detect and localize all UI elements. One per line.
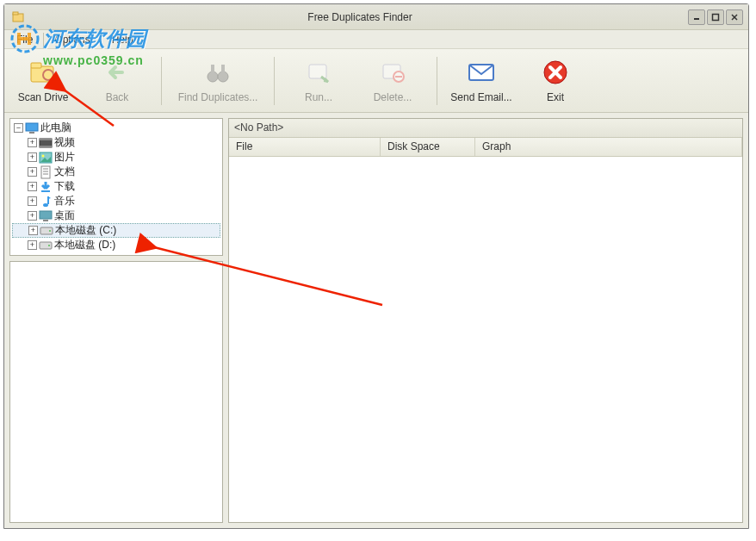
toolbar-separator: [274, 57, 275, 105]
tree-item[interactable]: +视频: [12, 135, 220, 150]
disk-icon: [40, 224, 53, 238]
folder-search-icon: [29, 59, 57, 86]
menubar: File Options Help: [4, 30, 748, 49]
mail-icon: [468, 59, 495, 86]
svg-rect-1: [13, 12, 18, 15]
download-icon: [39, 180, 53, 194]
svg-rect-22: [26, 123, 38, 131]
run-label: Run...: [305, 91, 332, 103]
scan-drive-label: Scan Drive: [18, 91, 69, 103]
tree-item-label: 文档: [54, 165, 75, 179]
delete-label: Delete...: [374, 91, 412, 103]
column-file[interactable]: File: [229, 138, 381, 156]
svg-rect-7: [31, 63, 41, 68]
delete-button: Delete...: [363, 55, 423, 107]
svg-rect-35: [40, 211, 52, 219]
expand-icon[interactable]: +: [28, 226, 38, 235]
doc-icon: [39, 165, 53, 179]
svg-rect-36: [43, 220, 48, 221]
close-button[interactable]: [726, 9, 743, 25]
tree-item-label: 本地磁盘 (D:): [54, 238, 115, 252]
column-disk-space[interactable]: Disk Space: [381, 138, 475, 156]
scan-drive-button[interactable]: Scan Drive: [13, 55, 73, 107]
send-email-label: Send Email...: [450, 91, 511, 103]
disk-icon: [39, 239, 53, 252]
tree-root[interactable]: − 此电脑: [12, 121, 220, 135]
expand-icon[interactable]: +: [28, 167, 37, 177]
folder-tree[interactable]: − 此电脑 +视频+图片+文档+下载+音乐+桌面+本地磁盘 (C:)+本地磁盘 …: [9, 118, 223, 256]
tree-item-label: 音乐: [54, 194, 75, 208]
back-button: Back: [87, 55, 147, 107]
tree-item[interactable]: +音乐: [12, 194, 220, 208]
expand-icon[interactable]: +: [28, 138, 37, 147]
tree-item[interactable]: +图片: [12, 150, 220, 165]
image-icon: [39, 151, 53, 165]
run-icon: [305, 59, 332, 86]
tree-item-label: 本地磁盘 (C:): [55, 223, 116, 238]
tree-item-label: 图片: [54, 150, 75, 165]
svg-point-28: [42, 154, 45, 157]
svg-point-34: [43, 203, 48, 207]
window-title: Free Duplicates Finder: [32, 11, 688, 23]
expand-icon[interactable]: +: [28, 196, 37, 206]
tree-item[interactable]: +桌面: [12, 208, 220, 223]
svg-rect-25: [40, 139, 52, 140]
tree-item-label: 桌面: [54, 208, 75, 223]
toolbar: Scan Drive Back Find Duplicates... Run..…: [4, 49, 748, 113]
arrow-left-icon: [103, 59, 131, 86]
body-area: − 此电脑 +视频+图片+文档+下载+音乐+桌面+本地磁盘 (C:)+本地磁盘 …: [4, 113, 748, 528]
tree-item[interactable]: +下载: [12, 179, 220, 194]
find-duplicates-label: Find Duplicates...: [178, 91, 258, 103]
video-icon: [39, 136, 53, 150]
svg-rect-3: [713, 14, 719, 20]
lower-left-panel: [9, 261, 223, 523]
left-column: − 此电脑 +视频+图片+文档+下载+音乐+桌面+本地磁盘 (C:)+本地磁盘 …: [9, 118, 223, 523]
path-bar: <No Path>: [229, 119, 742, 138]
grid-header: File Disk Space Graph: [229, 138, 742, 157]
svg-rect-12: [211, 65, 214, 73]
delete-icon: [379, 59, 406, 86]
expand-icon[interactable]: +: [28, 240, 37, 250]
svg-rect-13: [221, 65, 225, 73]
menu-file[interactable]: File: [9, 32, 40, 47]
tree-item[interactable]: +本地磁盘 (D:): [12, 238, 220, 252]
binoculars-icon: [204, 59, 232, 86]
back-label: Back: [106, 91, 129, 103]
svg-rect-29: [41, 166, 50, 178]
svg-rect-14: [309, 65, 326, 78]
tree-item-label: 下载: [54, 179, 75, 194]
menu-help[interactable]: Help: [105, 32, 140, 47]
close-icon: [542, 59, 569, 86]
grid-body: [229, 157, 742, 522]
svg-rect-26: [40, 146, 52, 147]
run-button: Run...: [288, 55, 349, 107]
minimize-button[interactable]: [688, 9, 705, 25]
right-column: <No Path> File Disk Space Graph: [228, 118, 743, 523]
tree-item-label: 视频: [54, 135, 75, 150]
expand-icon[interactable]: +: [28, 182, 37, 191]
tree-root-label: 此电脑: [40, 121, 71, 135]
titlebar: Free Duplicates Finder: [4, 4, 748, 30]
find-duplicates-button: Find Duplicates...: [176, 55, 260, 107]
desktop-icon: [39, 209, 53, 223]
app-window: Free Duplicates Finder File Options Help…: [3, 3, 749, 529]
exit-label: Exit: [547, 91, 564, 103]
column-graph[interactable]: Graph: [475, 138, 742, 156]
toolbar-separator: [161, 57, 162, 105]
expand-icon[interactable]: +: [28, 152, 37, 162]
menu-separator: [43, 33, 44, 47]
toolbar-separator: [437, 57, 437, 105]
menu-options[interactable]: Options: [47, 32, 96, 47]
tree-item[interactable]: +文档: [12, 165, 220, 179]
collapse-icon[interactable]: −: [14, 123, 23, 133]
exit-button[interactable]: Exit: [525, 55, 586, 107]
menu-separator: [101, 33, 102, 47]
send-email-button[interactable]: Send Email...: [451, 55, 511, 107]
maximize-button[interactable]: [707, 9, 724, 25]
tree-item[interactable]: +本地磁盘 (C:): [12, 223, 220, 238]
svg-rect-23: [29, 132, 34, 134]
computer-icon: [25, 121, 39, 135]
app-icon: [11, 10, 25, 24]
expand-icon[interactable]: +: [28, 211, 37, 221]
svg-point-40: [48, 245, 50, 246]
